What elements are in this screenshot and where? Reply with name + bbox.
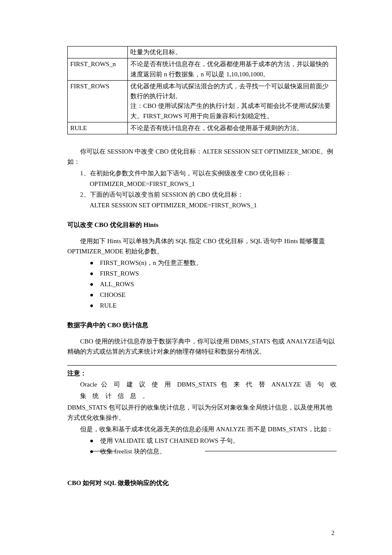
note-line: Oracle 公 司 建 议 使 用 DBMS_STATS 包 来 代 替 AN… <box>67 379 337 389</box>
note-label: 注意： <box>67 368 337 378</box>
heading-hints: 可以改变 CBO 优化目标的 Hints <box>67 220 337 230</box>
optimizer-modes-table: 吐量为优化目标。 FIRST_ROWS_n 不论是否有统计信息存在，优化器都使用… <box>67 46 337 134</box>
list-item: ●CHOOSE <box>90 290 337 300</box>
bullet-icon: ● <box>90 300 100 311</box>
list-item: ●RULE <box>90 300 337 311</box>
paragraph: 你可以在 SESSION 中改变 CBO 优化目标：ALTER SESSION … <box>67 146 337 167</box>
table-row: FIRST_ROWS_n 不论是否有统计信息存在，优化器都使用基于成本的方法，并… <box>68 58 337 81</box>
bullet-icon: ● <box>90 279 100 289</box>
list-item: 2、下面的语句可以改变当前 SESSION 的 CBO 优化目标： <box>80 189 337 200</box>
paragraph: 但是，收集和基于成本优化器无关的信息必须用 ANALYZE 而不是 DBMS_S… <box>67 424 337 434</box>
table-row: FIRST_ROWS 优化器使用成本与试探法混合的方式，去寻找一个可以最快返回前… <box>68 80 337 122</box>
cell-desc: 吐量为优化目标。 <box>128 46 337 58</box>
horizontal-rule <box>205 451 337 451</box>
numbered-list: 1、在初始化参数文件中加入如下语句，可以在实例级改变 CBO 优化目标： OPT… <box>67 168 337 210</box>
cell-desc: 不论是否有统计信息存在，优化器都会使用基于规则的方法。 <box>128 122 337 134</box>
cell-mode: FIRST_ROWS_n <box>68 58 128 81</box>
list-item-sub: OPTIMIZER_MODE=FIRST_ROWS_1 <box>80 179 337 189</box>
list-item: ●FIRST_ROWS(n)，n 为任意正整数。 <box>90 258 337 268</box>
bullet-icon: ● <box>90 258 100 268</box>
paragraph: CBO 使用的统计信息存放于数据字典中，你可以使用 DBMS_STATS 包或 … <box>67 336 337 357</box>
cell-desc: 优化器使用成本与试探法混合的方式，去寻找一个可以最快返回前面少数行的执行计划。 … <box>128 80 337 122</box>
paragraph: DBMS_STATS 包可以并行的收集统计信息，可以为分区对象收集全局统计信息，… <box>67 402 337 423</box>
bullet-icon: ● <box>90 268 100 279</box>
table-row: 吐量为优化目标。 <box>68 46 337 58</box>
bullet-list: ●FIRST_ROWS(n)，n 为任意正整数。 ●FIRST_ROWS ●AL… <box>67 258 337 311</box>
horizontal-rule <box>90 451 115 451</box>
heading-response: CBO 如何对 SQL 做最快响应的优化 <box>67 478 337 488</box>
horizontal-rule <box>67 365 337 366</box>
note-line: 集 统 计 信 息 。 <box>67 391 337 401</box>
cell-mode: RULE <box>68 122 128 134</box>
list-item-sub: ALTER SESSION SET OPTIMIZER_MODE=FIRST_R… <box>80 200 337 210</box>
list-item: ●FIRST_ROWS <box>90 268 337 279</box>
list-item: ●收集 freelist 块的信息。 <box>90 446 337 456</box>
cell-mode: FIRST_ROWS <box>68 80 128 122</box>
paragraph: 使用如下 Hints 可以单独为具体的 SQL 指定 CBO 优化目标，SQL … <box>67 236 337 256</box>
bullet-icon: ● <box>90 446 100 456</box>
bullet-icon: ● <box>90 436 100 446</box>
cell-desc: 不论是否有统计信息存在，优化器都使用基于成本的方法，并以最快的速度返回前 n 行… <box>128 58 337 81</box>
document-page: 吐量为优化目标。 FIRST_ROWS_n 不论是否有统计信息存在，优化器都使用… <box>0 0 392 555</box>
list-item: ●ALL_ROWS <box>90 279 337 289</box>
list-item: 1、在初始化参数文件中加入如下语句，可以在实例级改变 CBO 优化目标： <box>80 168 337 178</box>
page-number: 2 <box>331 528 335 538</box>
bullet-icon: ● <box>90 290 100 300</box>
bullet-list: ●使用 VALIDATE 或 LIST CHAINED ROWS 子句。 ●收集… <box>67 436 337 456</box>
cell-mode <box>68 46 128 58</box>
heading-stats: 数据字典中的 CBO 统计信息 <box>67 320 337 330</box>
list-item: ●使用 VALIDATE 或 LIST CHAINED ROWS 子句。 <box>90 436 337 446</box>
table-row: RULE 不论是否有统计信息存在，优化器都会使用基于规则的方法。 <box>68 122 337 134</box>
